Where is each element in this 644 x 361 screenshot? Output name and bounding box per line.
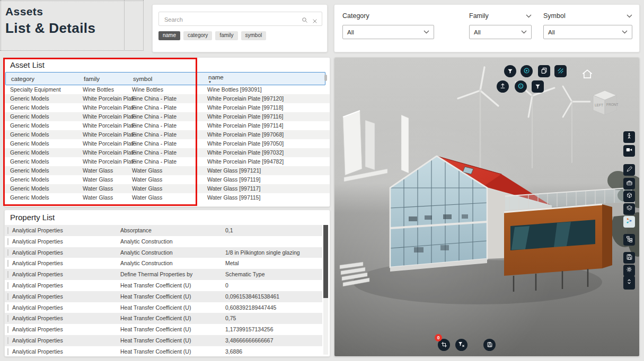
aperture-button[interactable] bbox=[521, 65, 533, 77]
search-field-button-name[interactable]: name bbox=[158, 31, 180, 40]
table-row[interactable]: Generic ModelsWhite Porcelain PlateFine … bbox=[5, 103, 330, 112]
cell-family: White Porcelain Plate bbox=[83, 157, 132, 166]
search-field-button-category[interactable]: category bbox=[183, 31, 212, 40]
cell-property: Heat Transfer Coefficient (U) bbox=[120, 302, 225, 313]
cell-symbol: Water Glass bbox=[132, 166, 207, 175]
list-item[interactable]: Analytical PropertiesHeat Transfer Coeff… bbox=[5, 346, 322, 357]
table-row[interactable]: Generic ModelsWhite Porcelain PlateFine … bbox=[5, 148, 330, 157]
cell-name: White Porcelain Plate [997120] bbox=[207, 94, 330, 103]
home-icon[interactable] bbox=[581, 68, 594, 82]
family-dropdown[interactable]: All bbox=[469, 25, 532, 39]
funnel-icon bbox=[535, 82, 541, 92]
cell-category: Generic Models bbox=[10, 130, 83, 139]
clear-filter-button[interactable] bbox=[455, 339, 467, 351]
share-nodes-button[interactable] bbox=[623, 216, 635, 228]
list-item[interactable]: Analytical PropertiesDefine Thermal Prop… bbox=[5, 269, 322, 280]
list-item[interactable]: Analytical PropertiesAnalytic Constructi… bbox=[5, 236, 322, 247]
slicer-symbol-label: Symbol bbox=[543, 12, 566, 20]
table-row[interactable]: Generic ModelsWhite Porcelain PlateFine … bbox=[5, 121, 330, 130]
walk-button[interactable] bbox=[623, 131, 635, 143]
list-item[interactable]: Analytical PropertiesHeat Transfer Coeff… bbox=[5, 280, 322, 291]
funnel-button[interactable] bbox=[532, 80, 544, 93]
list-item[interactable]: Analytical PropertiesAnalytic Constructi… bbox=[5, 247, 322, 258]
cell-property: Analytic Construction bbox=[120, 247, 225, 258]
table-row[interactable]: Generic ModelsWhite Porcelain PlateFine … bbox=[5, 130, 330, 139]
settings-button[interactable] bbox=[623, 265, 635, 276]
cell-group: Analytical Properties bbox=[12, 346, 120, 357]
table-row[interactable]: Specialty EquipmentWine BottlesWine Bott… bbox=[5, 85, 330, 94]
cell-family: Water Glass bbox=[83, 184, 132, 193]
category-dropdown[interactable]: All bbox=[342, 25, 434, 39]
orbit-button[interactable] bbox=[623, 191, 635, 202]
table-row[interactable]: Generic ModelsWater GlassWater GlassWate… bbox=[5, 184, 330, 193]
collapse-toolbar-button[interactable] bbox=[623, 276, 635, 290]
table-row[interactable]: Generic ModelsWhite Porcelain PlateFine … bbox=[5, 112, 330, 121]
list-item[interactable]: Analytical PropertiesHeat Transfer Coeff… bbox=[5, 324, 322, 335]
column-header-family[interactable]: family bbox=[84, 73, 133, 85]
selection-icon bbox=[441, 340, 447, 350]
visibility-button[interactable] bbox=[515, 80, 527, 93]
symbol-dropdown[interactable]: All bbox=[543, 25, 632, 39]
orbit-cube-icon bbox=[626, 192, 633, 201]
cell-symbol: Wine Bottles bbox=[132, 85, 207, 94]
camera-button[interactable] bbox=[623, 145, 635, 157]
cell-name: White Porcelain Plate [997068] bbox=[207, 130, 330, 139]
cell-family: White Porcelain Plate bbox=[83, 94, 132, 103]
cell-category: Generic Models bbox=[10, 193, 83, 202]
cell-symbol: Fine China - Plate bbox=[132, 157, 207, 166]
column-header-category[interactable]: category bbox=[11, 73, 84, 85]
search-input[interactable] bbox=[163, 13, 298, 26]
measure-button[interactable] bbox=[623, 164, 635, 176]
cell-category: Generic Models bbox=[10, 166, 83, 175]
table-row[interactable]: Generic ModelsWhite Porcelain PlateFine … bbox=[5, 139, 330, 148]
clear-search-icon[interactable] bbox=[312, 16, 317, 26]
table-row[interactable]: Generic ModelsWhite Porcelain PlateFine … bbox=[5, 157, 330, 166]
slicer-category: Category All bbox=[342, 10, 434, 47]
list-item[interactable]: Analytical PropertiesAbsorptance0,1 bbox=[5, 225, 322, 236]
copy-button[interactable] bbox=[538, 65, 550, 77]
list-item[interactable]: Analytical PropertiesHeat Transfer Coeff… bbox=[5, 335, 322, 346]
filter-button[interactable] bbox=[504, 65, 516, 77]
chevron-down-icon[interactable] bbox=[526, 14, 532, 18]
upload-button[interactable] bbox=[497, 80, 509, 93]
gear-icon bbox=[625, 266, 633, 275]
cell-value: 0,75 bbox=[225, 313, 322, 324]
view-cube[interactable]: LEFT FRONT bbox=[588, 87, 622, 118]
list-item[interactable]: Analytical PropertiesHeat Transfer Coeff… bbox=[5, 313, 322, 324]
asset-list-scrollbar[interactable] bbox=[324, 75, 327, 81]
column-header-symbol[interactable]: symbol bbox=[133, 73, 208, 85]
table-row[interactable]: Generic ModelsWater GlassWater GlassWate… bbox=[5, 175, 330, 184]
cell-family: White Porcelain Plate bbox=[83, 103, 132, 112]
save-button[interactable] bbox=[483, 339, 496, 351]
list-item[interactable]: Analytical PropertiesAnalytic Constructi… bbox=[5, 258, 322, 269]
search-field-button-family[interactable]: family bbox=[215, 31, 237, 40]
search-field-button-symbol[interactable]: symbol bbox=[241, 31, 267, 40]
cell-property: Heat Transfer Coefficient (U) bbox=[120, 346, 225, 357]
list-item[interactable]: Analytical PropertiesHeat Transfer Coeff… bbox=[5, 302, 322, 313]
property-list-scrollbar[interactable] bbox=[323, 225, 328, 298]
hatch-button[interactable] bbox=[554, 65, 567, 77]
cell-value: 1/8 in Pilkington single glazing bbox=[225, 247, 322, 258]
save-view-button[interactable] bbox=[623, 252, 635, 264]
layers-button[interactable] bbox=[623, 203, 635, 215]
search-panel: namecategoryfamilysymbol bbox=[152, 4, 328, 52]
cell-property: Analytic Construction bbox=[120, 258, 225, 269]
table-row[interactable]: Generic ModelsWater GlassWater GlassWate… bbox=[5, 166, 330, 175]
grid-dotted-line bbox=[143, 0, 144, 51]
hierarchy-button[interactable] bbox=[623, 234, 635, 246]
table-row[interactable]: Generic ModelsWhite Porcelain PlateFine … bbox=[5, 94, 330, 103]
asset-table-header: category family symbol name ▼ bbox=[5, 72, 325, 85]
aperture-icon bbox=[523, 67, 530, 76]
cell-value: 3,6886 bbox=[225, 346, 322, 357]
cell-category: Generic Models bbox=[10, 94, 83, 103]
column-header-name[interactable]: name ▼ bbox=[208, 73, 325, 85]
table-row[interactable]: Generic ModelsWater GlassWater GlassWate… bbox=[5, 193, 330, 202]
cell-property: Heat Transfer Coefficient (U) bbox=[120, 335, 225, 346]
asset-list-card: Asset List category family symbol name ▼… bbox=[4, 57, 330, 207]
chevron-down-icon[interactable] bbox=[627, 14, 632, 18]
cell-category: Specialty Equipment bbox=[10, 85, 83, 94]
chevron-up-down-icon bbox=[625, 277, 633, 288]
briefcase-button[interactable] bbox=[623, 178, 635, 189]
cell-value: Metal bbox=[225, 258, 322, 269]
list-item[interactable]: Analytical PropertiesHeat Transfer Coeff… bbox=[5, 291, 322, 302]
